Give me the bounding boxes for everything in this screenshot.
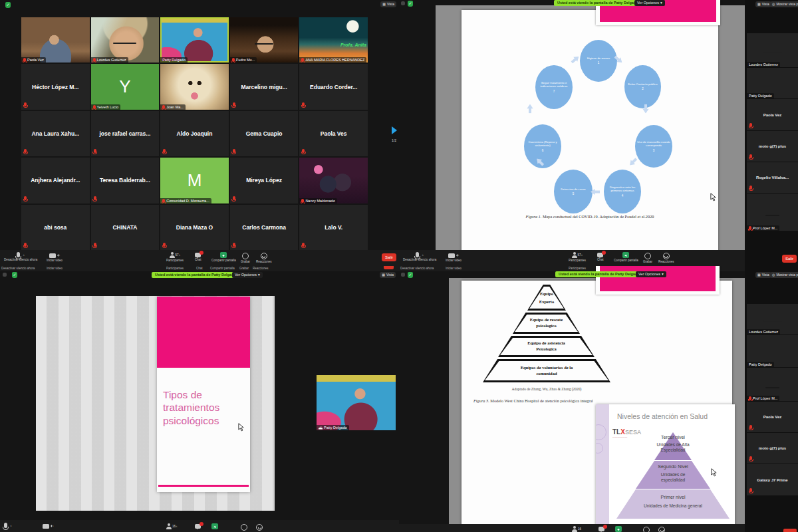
participant-tile[interactable]: Aldo Joaquin [160,111,229,156]
record-button[interactable]: Grabar [643,252,652,263]
participant-tile-active-speaker[interactable]: Patty Delgado [160,17,229,63]
participant-tile[interactable]: Nancy Maldonado [299,158,368,203]
participant-tile[interactable]: Joan Ma... [160,64,229,109]
leave-button[interactable]: Salir [382,253,396,261]
record-button[interactable]: Grabar [241,252,250,263]
caret-icon[interactable]: ∧ [52,524,54,527]
participant-tile[interactable]: Eduardo Corder... [299,64,368,109]
show-self-view-button[interactable]: ◎Mostrar vista propia [770,1,798,7]
view-options-button[interactable]: Ver Opciones▾ [636,271,666,277]
participant-tile[interactable]: Lourdes Gutierrez [91,17,160,63]
record-button[interactable] [241,523,247,531]
show-self-view-button[interactable]: ◎Mostrar vista propia [770,272,798,278]
view-options-button[interactable]: Ver Opciones▾ [634,0,665,6]
sidebar-video-tile[interactable]: Galaxy J7 Prime [747,464,798,495]
caret-icon[interactable]: ∧ [10,524,12,527]
sidebar-video-tile[interactable]: Patty Delgado [747,68,798,98]
meeting-toolbar-cropped: 16 [399,524,745,532]
view-options-button[interactable]: Ver Opciones▾ [232,272,263,278]
vista-button[interactable]: ▦ Vista [380,1,396,7]
participant-tile[interactable]: CHINATA [91,205,160,250]
sidebar-video-tile[interactable]: Lourdes Gutierrez [747,33,798,67]
cycle-step: Higiene de manos1 [580,40,617,82]
participant-label: Yeiveth Lucio [91,104,121,110]
participant-tile[interactable]: Profa. Anita ANA MARIA FLORES HERNANDEZ [299,17,368,63]
caret-icon[interactable]: ∧ [422,253,424,257]
reactions-button[interactable]: Reacciones [658,252,674,263]
reactions-button[interactable]: Reacciones [256,252,272,263]
record-button[interactable] [643,526,650,532]
window-icon [3,273,7,277]
mic-icon [17,252,20,257]
security-shield-icon[interactable]: ✓ [5,2,11,8]
unmute-button[interactable]: ∧ [4,523,12,528]
chat-icon [598,527,604,531]
share-screen-button[interactable] [211,523,218,529]
participant-tile[interactable]: Gema Cuapio [230,111,299,156]
participant-tile[interactable]: Diana Maza O [160,205,229,250]
sidebar-video-tile[interactable]: moto g(7) plus [747,433,798,464]
participant-tile[interactable]: abi sosa [21,205,90,250]
participant-tile[interactable]: Teresa Balderrab... [91,158,160,203]
participants-button[interactable]: 16 [572,526,581,532]
sidebar-video-tile[interactable]: Paola Vez [747,402,798,432]
participant-tile[interactable]: Carlos Carmona [230,205,299,250]
cycle-step: Evitar Contacto publico2 [624,65,661,108]
speaker-video-thumbnail[interactable]: Patty Delgado [317,375,396,430]
security-shield-icon[interactable]: ✓ [12,272,17,278]
sidebar-video-tile[interactable]: Patty Delgado [747,335,798,367]
start-video-button[interactable]: ∧ [43,523,54,529]
leave-button[interactable]: Salir [782,255,797,263]
sidebar-video-tile[interactable]: moto g(7) plus [747,131,798,162]
chat-button[interactable] [195,523,201,529]
participant-tile[interactable]: Pedro Mu... [230,17,299,63]
security-shield-icon[interactable]: ✓ [408,1,413,7]
participant-name: Pedro Mu... [236,57,255,63]
security-shield-icon[interactable]: ✓ [408,272,413,278]
participant-tile[interactable]: jose rafael carras... [91,111,160,156]
participant-tile[interactable]: Lalo V. [299,205,368,250]
vista-button[interactable]: ▦Vista [380,272,396,278]
leave-button-partial[interactable] [384,266,394,269]
sidebar-video-tile[interactable]: Paola Vez [747,99,798,130]
unmute-button[interactable]: ∧ Desactivar silencio ahora [403,252,436,261]
participants-button[interactable]: 57∧ Participantes [166,252,184,262]
participant-tile[interactable]: Anjhera Alejandr... [21,158,90,203]
participant-tile[interactable]: Ana Laura Xahu... [21,111,90,156]
participant-tile[interactable]: M Comunidad D. Monserra... [160,158,229,203]
participant-tile[interactable]: Héctor López M... [21,64,90,109]
start-video-button[interactable]: ∧ Iniciar video [446,252,462,262]
caret-icon[interactable]: ∧ [458,253,460,257]
vista-button[interactable]: ▦Vista [755,1,771,7]
caret-icon[interactable]: ∧ [179,253,181,257]
salud-tier-text: Tercer nivel Unidades de Alta Especialid… [633,435,713,453]
chat-button[interactable] [598,526,604,531]
participant-tile[interactable]: Mireya López [230,158,299,203]
caret-icon[interactable]: ∧ [176,525,178,528]
participant-tile[interactable]: Paola Vez [21,17,90,63]
participant-tile[interactable]: Paola Ves [299,111,368,156]
share-screen-button[interactable] [615,526,622,532]
next-page-arrow[interactable] [392,126,397,134]
leave-button-partial[interactable] [783,529,797,532]
sidebar-video-tile[interactable]: Rogelio Villalva... [747,162,798,193]
unmute-button[interactable]: ∧ Desactivar silencio ahora [4,252,37,261]
reactions-button[interactable] [658,526,665,532]
sidebar-video-tile[interactable]: Prof López M... [747,194,798,231]
participant-tile[interactable]: Marcelino migu... [230,64,299,109]
chat-button[interactable]: Chat [597,252,604,261]
vista-button[interactable]: ▦Vista [755,272,771,278]
chat-button[interactable]: Chat [195,252,201,261]
caret-icon[interactable]: ∧ [23,253,25,257]
participant-tile[interactable]: Y Yeiveth Lucio [91,64,160,109]
participants-button[interactable]: 57∧ Participantes [569,252,586,262]
participants-button[interactable]: 16∧ [166,523,178,529]
start-video-button[interactable]: ∧ Iniciar video [47,252,63,262]
share-screen-button[interactable]: Compartir pantalla [614,252,638,262]
caret-icon[interactable]: ∧ [581,253,583,257]
caret-icon[interactable]: ∧ [59,253,61,257]
reactions-button[interactable] [256,523,263,531]
sidebar-video-tile[interactable]: Lourdes Gutierrez [747,304,798,334]
share-screen-button[interactable]: Compartir pantalla [211,252,236,262]
sidebar-video-tile[interactable]: Prof López M... [747,368,798,401]
